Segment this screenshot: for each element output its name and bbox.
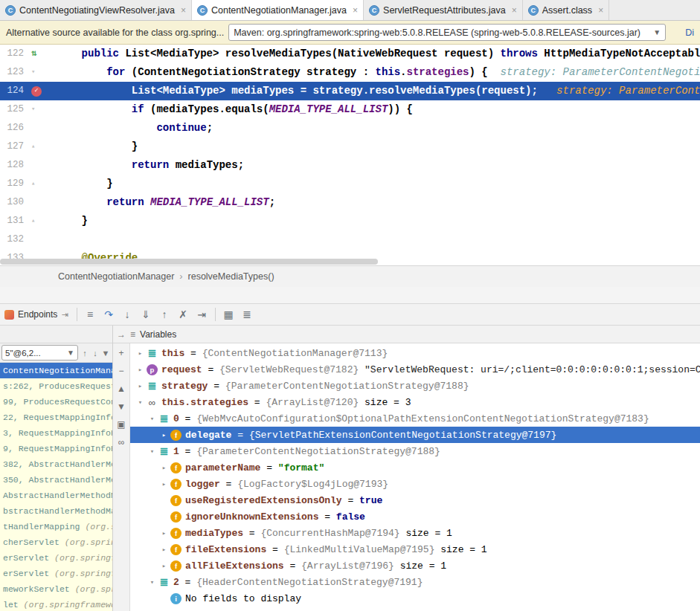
frame-row[interactable]: 99, ProducesRequestCond [0, 394, 112, 410]
previous-frame-icon[interactable]: ↑ [80, 349, 90, 358]
move-watch-up-icon[interactable]: ▲ [115, 384, 127, 394]
variable-row[interactable]: iNo fields to display [130, 590, 700, 607]
frame-row[interactable]: 382, AbstractHandlerMeth [0, 456, 112, 472]
chevron-expanded-icon[interactable]: ▾ [147, 447, 158, 456]
editor-tab[interactable]: CContentNegotiationManager.java× [192, 0, 364, 20]
variable-row[interactable]: ▸flogger = {LogFactory$Log4jLog@7193} [130, 476, 700, 492]
dock-arrow-icon[interactable]: → [117, 329, 126, 340]
frame-row[interactable]: 3, RequestMappingInfoHa [0, 425, 112, 441]
chevron-collapsed-icon[interactable]: ▸ [158, 464, 170, 472]
run-to-cursor-icon[interactable]: ⇥ [193, 306, 211, 323]
frame-row[interactable]: meworkServlet (org.sprin [0, 581, 112, 597]
source-jar-dropdown[interactable]: Maven: org.springframework:spring-web:5.… [228, 24, 666, 41]
tab-close-icon[interactable]: × [353, 5, 358, 16]
chevron-collapsed-icon[interactable]: ▸ [158, 546, 170, 554]
tab-close-icon[interactable]: × [598, 5, 603, 16]
view-as-table-icon[interactable]: ▦ [219, 306, 238, 323]
frame-row[interactable]: erServlet (org.springframe [0, 566, 112, 581]
frame-row[interactable]: tHandlerMapping (org.sp [0, 519, 112, 534]
chevron-collapsed-icon[interactable]: ▸ [135, 366, 146, 374]
chevron-collapsed-icon[interactable]: ▸ [135, 382, 146, 390]
variable-row[interactable]: ▸≣this = {ContentNegotiationManager@7113… [130, 345, 700, 361]
variable-row[interactable]: ▸fmediaTypes = {ConcurrentHashMap@7194} … [130, 525, 700, 541]
show-watches-icon[interactable]: ∞ [115, 437, 127, 447]
fold-start-icon[interactable]: ▾ [31, 63, 35, 82]
chevron-expanded-icon[interactable]: ▾ [147, 415, 158, 423]
duplicate-watch-icon[interactable]: ▣ [115, 419, 127, 430]
chevron-collapsed-icon[interactable]: ▸ [135, 349, 146, 358]
tab-close-icon[interactable]: × [512, 5, 517, 16]
editor-tab[interactable]: CAssert.class× [523, 0, 609, 20]
code-line[interactable]: 128return mediaTypes; [0, 156, 700, 175]
code-line[interactable]: 123▾for (ContentNegotiationStrategy stra… [0, 63, 700, 82]
frame-row[interactable]: AbstractHandlerMethodM [0, 488, 112, 503]
variable-row[interactable]: ▾≣1 = {ParameterContentNegotiationStrate… [130, 443, 700, 459]
step-into-icon[interactable]: ↓ [118, 306, 137, 323]
breakpoint-icon[interactable]: ✓ [31, 86, 42, 97]
variable-row[interactable]: fignoreUnknownExtensions = false [130, 508, 700, 525]
editor-tab[interactable]: CServletRequestAttributes.java× [364, 0, 523, 20]
add-watch-icon[interactable]: + [115, 348, 127, 358]
chevron-expanded-icon[interactable]: ▾ [135, 398, 146, 407]
force-step-into-icon[interactable]: ⇓ [137, 306, 155, 323]
code-line[interactable]: 127▴} [0, 138, 700, 156]
code-line[interactable]: 122⇅public List<MediaType> resolveMediaT… [0, 45, 700, 63]
fold-end-icon[interactable]: ▴ [31, 138, 35, 156]
tab-close-icon[interactable]: × [181, 5, 186, 16]
frame-row[interactable]: 350, AbstractHandlerMeth [0, 472, 112, 488]
horizontal-scrollbar[interactable] [0, 259, 378, 265]
filter-frames-icon[interactable]: ▼ [100, 349, 111, 358]
step-out-icon[interactable]: ↑ [155, 306, 174, 323]
variable-row[interactable]: ▾≣2 = {HeaderContentNegotiationStrategy@… [130, 574, 700, 590]
step-over-icon[interactable]: ↷ [100, 306, 118, 323]
fold-end-icon[interactable]: ▴ [31, 212, 35, 230]
variable-row[interactable]: ▸fparameterName = "format" [130, 459, 700, 476]
thread-dropdown[interactable]: 5"@6,2... ▼ [1, 345, 78, 361]
endpoints-tab[interactable]: Endpoints ⇥ [0, 304, 73, 325]
code-line[interactable]: 125▾if (mediaTypes.equals(MEDIA_TYPE_ALL… [0, 100, 700, 119]
breadcrumb-class[interactable]: ContentNegotiationManager [58, 271, 174, 282]
code-line[interactable]: 129▴} [0, 175, 700, 193]
variable-row[interactable]: ▸fallFileExtensions = {ArrayList@7196} s… [130, 557, 700, 574]
code-line[interactable]: 126continue; [0, 119, 700, 138]
chevron-collapsed-icon[interactable]: ▸ [158, 529, 170, 537]
breadcrumb-method[interactable]: resolveMediaTypes() [188, 271, 274, 282]
variable-row[interactable]: ▾∞this.strategies = {ArrayList@7120} siz… [130, 394, 700, 410]
code-line[interactable]: 132 [0, 230, 700, 249]
disable-link[interactable]: Di [681, 28, 694, 38]
code-line[interactable]: 124✓List<MediaType> mediaTypes = strateg… [0, 82, 700, 100]
frame-row[interactable]: ContentNegotiationMana [0, 363, 112, 378]
code-line[interactable]: 130return MEDIA_TYPE_ALL_LIST; [0, 193, 700, 212]
layout-settings-icon[interactable]: ≣ [238, 306, 257, 323]
frame-row[interactable]: 9, RequestMappingInfoHa [0, 441, 112, 456]
frame-row[interactable]: 22, RequestMappingInfo ( [0, 410, 112, 425]
chevron-expanded-icon[interactable]: ▾ [147, 578, 158, 586]
settings-menu-icon[interactable]: ≡ [81, 306, 100, 323]
code-line[interactable]: 131▴} [0, 212, 700, 230]
frame-row[interactable]: cherServlet (org.springfra [0, 534, 112, 550]
drop-frame-icon[interactable]: ✗ [174, 306, 193, 323]
frame-row[interactable]: let (org.springframewo [0, 597, 112, 611]
override-marker-icon[interactable]: ⇅ [31, 45, 36, 63]
frame-row[interactable]: bstractHandlerMethodMa [0, 503, 112, 519]
variable-row[interactable]: ▾≣0 = {WebMvcAutoConfiguration$OptionalP… [130, 410, 700, 427]
variable-row[interactable]: ▸prequest = {ServletWebRequest@7182} "Se… [130, 361, 700, 378]
chevron-collapsed-icon[interactable]: ▸ [158, 562, 170, 570]
remove-watch-icon[interactable]: − [115, 366, 127, 376]
chevron-collapsed-icon[interactable]: ▸ [158, 431, 170, 439]
fold-end-icon[interactable]: ▴ [31, 175, 35, 193]
variables-menu-icon[interactable]: ≡ [130, 329, 135, 340]
frame-row[interactable]: erServlet (org.springfram [0, 550, 112, 566]
variable-row[interactable]: ▸≣strategy = {ParameterContentNegotiatio… [130, 378, 700, 394]
variable-row[interactable]: ▸ffileExtensions = {LinkedMultiValueMap@… [130, 541, 700, 557]
variable-row[interactable]: fuseRegisteredExtensionsOnly = true [130, 492, 700, 508]
field-icon: f [170, 528, 182, 539]
frame-row[interactable]: s:262, ProducesRequestCo [0, 378, 112, 394]
chevron-collapsed-icon[interactable]: ▸ [158, 480, 170, 488]
editor-tab[interactable]: CContentNegotiatingViewResolver.java× [0, 0, 192, 20]
variable-row[interactable]: ▸fdelegate = {ServletPathExtensionConten… [130, 427, 700, 443]
move-watch-down-icon[interactable]: ▼ [115, 401, 127, 412]
fold-start-icon[interactable]: ▾ [31, 100, 35, 119]
next-frame-icon[interactable]: ↓ [90, 349, 100, 358]
code-segment: (mediaTypes.equals( [144, 103, 269, 115]
